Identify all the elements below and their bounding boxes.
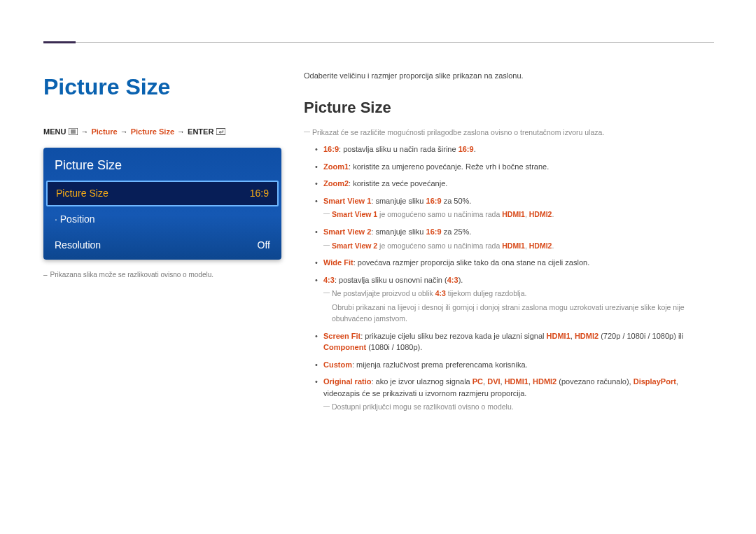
options-list: 16:9: postavlja sliku u način rada širin… [304,143,714,413]
opt-wide-fit: Wide Fit: povećava razmjer proporcija sl… [315,257,714,269]
osd-row-value: Off [258,238,270,253]
osd-row-picture-size[interactable]: Picture Size 16:9 [46,181,279,206]
sv2-note: Smart View 2 je omogućeno samo u načinim… [323,241,714,252]
opt-custom: Custom: mijenja razlučivost prema prefer… [315,359,714,371]
sv1-note: Smart View 1 je omogućeno samo u načinim… [323,209,714,220]
r43-note-2: Obrubi prikazani na lijevoj i desnoj ili… [323,302,714,325]
osd-header: Picture Size [45,149,280,181]
menu-icon [69,128,78,135]
arrow: → [177,126,185,138]
top-rule [43,43,756,50]
opt-original-ratio: Original ratio: ako je izvor ulaznog sig… [315,376,714,413]
section-title: Picture Size [304,96,714,119]
menu-label: MENU [43,126,66,138]
opt-screen-fit: Screen Fit: prikazuje cijelu sliku bez r… [315,330,714,353]
opt-16-9: 16:9: postavlja sliku u način rada širin… [315,143,714,155]
breadcrumb: MENU → Picture → Picture Size → ENTER [43,126,281,138]
osd-row-resolution[interactable]: Resolution Off [45,232,280,258]
osd-row-label: Resolution [55,238,101,253]
svg-rect-4 [216,129,225,135]
opt-zoom1: Zoom1: koristite za umjereno povećanje. … [315,161,714,173]
source-note: Prikazat će se različite mogućnosti pril… [304,127,714,139]
enter-label: ENTER [188,126,214,138]
intro-text: Odaberite veličinu i razmjer proporcija … [304,70,714,82]
page-title: Picture Size [43,70,281,104]
osd-row-value: 16:9 [250,186,269,201]
model-note: –Prikazana slika može se razlikovati ovi… [43,269,281,280]
osd-row-position[interactable]: · Position [45,206,280,232]
crumb-picture: Picture [91,126,117,138]
osd-row-label: Picture Size [56,186,108,201]
r43-note-1: Ne postavljajte proizvod u oblik 4:3 tij… [323,288,714,300]
osd-row-label: · Position [55,212,95,227]
osd-panel: Picture Size Picture Size 16:9 · Positio… [43,148,281,260]
opt-zoom2: Zoom2: koristite za veće povećanje. [315,178,714,190]
opt-smart-view-2: Smart View 2: smanjuje sliku 16:9 za 25%… [315,226,714,251]
arrow: → [80,126,88,138]
or-note: Dostupni priključci mogu se razlikovati … [323,402,714,413]
crumb-picture-size: Picture Size [131,126,174,138]
enter-icon [216,128,225,135]
opt-4-3: 4:3: postavlja sliku u osnovni način (4:… [315,274,714,325]
opt-smart-view-1: Smart View 1: smanjuje sliku 16:9 za 50%… [315,195,714,220]
arrow: → [120,126,128,138]
